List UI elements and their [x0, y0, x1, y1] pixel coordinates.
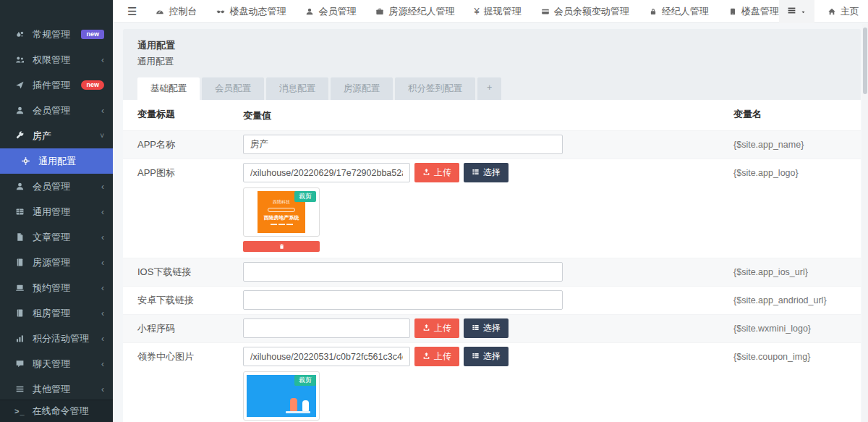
- config-varname: {$site.app_andriod_url}: [733, 290, 861, 311]
- sidebar-item[interactable]: 插件管理new: [0, 72, 113, 98]
- sidebar-item-label: 积分活动管理: [33, 332, 94, 345]
- sidebar-item[interactable]: 会员管理‹: [0, 174, 113, 199]
- home-link[interactable]: 主页: [827, 5, 859, 18]
- config-row: 领券中心图片上传选择裁剪{$site.coupon_img}: [123, 342, 861, 422]
- chevron-left-icon: ‹: [101, 334, 104, 343]
- config-row: IOS下载链接{$site.app_ios_url}: [123, 258, 861, 286]
- book-icon: [14, 308, 25, 318]
- gauge-icon: [156, 7, 164, 16]
- sidebar-item-label: 房产: [33, 130, 93, 143]
- laptop-icon: [14, 283, 25, 292]
- upload-icon: [422, 324, 430, 334]
- panel-body: 变量标题 变量值 变量名 APP名称{$site.app_name}APP图标上…: [123, 100, 861, 422]
- sidebar-item[interactable]: 聊天管理‹: [0, 351, 113, 376]
- config-input[interactable]: [243, 262, 563, 282]
- sidebar-item[interactable]: 通用配置: [0, 148, 113, 174]
- sidebar-item[interactable]: 文章管理‹: [0, 224, 113, 250]
- topnav-item[interactable]: 经纪人管理: [649, 5, 709, 18]
- upload-button[interactable]: 上传: [414, 347, 459, 366]
- card-icon: [541, 7, 550, 16]
- config-varname: {$site.app_logo}: [733, 163, 861, 183]
- list-icon: [472, 352, 480, 362]
- choose-button[interactable]: 选择: [464, 163, 509, 182]
- sidebar-item[interactable]: 会员管理‹: [0, 98, 113, 123]
- sidebar-item[interactable]: 权限管理‹: [0, 47, 113, 72]
- preview-card[interactable]: 西陆科技西陆房地产系统裁剪: [243, 187, 320, 237]
- upload-icon: [422, 168, 430, 178]
- crop-button[interactable]: 裁剪: [294, 191, 316, 202]
- topnav-item-label: 楼盘动态管理: [229, 5, 286, 18]
- choose-button[interactable]: 选择: [464, 318, 509, 338]
- nav-more-dropdown[interactable]: [779, 0, 814, 23]
- config-row: APP图标上传选择西陆科技西陆房地产系统裁剪{$site.app_logo}: [123, 159, 861, 258]
- config-varname: {$site.app_name}: [733, 135, 861, 155]
- topnav-item[interactable]: 会员管理: [305, 5, 356, 18]
- sidebar-item[interactable]: 其他管理‹: [0, 376, 113, 402]
- sidebar-item-label: 通用管理: [33, 206, 94, 219]
- panel-heading: 通用配置 通用配置 基础配置会员配置消息配置房源配置积分签到配置+: [123, 29, 861, 100]
- topbar-right: 主页 清除缓存 Admin: [779, 0, 868, 23]
- crop-button[interactable]: 裁剪: [294, 375, 316, 386]
- topnav-item[interactable]: 房源经纪人管理: [375, 5, 454, 18]
- chevron-left-icon: ‹: [101, 208, 104, 216]
- sidebar-item-label: 聊天管理: [33, 358, 94, 371]
- yen-icon: ¥: [474, 7, 479, 16]
- chart-icon: [14, 334, 25, 343]
- config-input[interactable]: [243, 318, 410, 338]
- config-input[interactable]: [243, 290, 563, 310]
- delete-image-button[interactable]: [243, 241, 320, 252]
- chevron-left-icon: ‹: [101, 258, 104, 267]
- config-input[interactable]: [243, 135, 563, 154]
- topnav-item[interactable]: 楼盘动态管理: [216, 5, 286, 18]
- chevron-down-icon: ˅: [100, 132, 104, 140]
- choose-button[interactable]: 选择: [464, 347, 509, 366]
- topnav-item[interactable]: 楼盘管理: [728, 5, 779, 18]
- image-preview: 西陆科技西陆房地产系统裁剪: [243, 187, 733, 252]
- sidebar-toggle-icon[interactable]: ☰: [119, 5, 145, 18]
- sidebar-item[interactable]: 通用管理‹: [0, 199, 113, 224]
- upload-icon: [422, 352, 430, 362]
- sidebar-item[interactable]: 预约管理‹: [0, 275, 113, 300]
- sidebar-item[interactable]: 常规管理new: [0, 22, 113, 47]
- sidebar-item[interactable]: 积分活动管理‹: [0, 326, 113, 351]
- tab-4[interactable]: 房源配置: [331, 77, 393, 100]
- topnav-item[interactable]: 会员余额变动管理: [541, 5, 629, 18]
- home-icon: [827, 7, 836, 16]
- tab-1[interactable]: 基础配置: [137, 77, 200, 100]
- tab-3[interactable]: 消息配置: [266, 77, 328, 100]
- sidebar-item-label: 预约管理: [33, 282, 94, 295]
- tab-5[interactable]: 积分签到配置: [395, 77, 475, 100]
- add-tab-button[interactable]: +: [477, 77, 501, 100]
- sidebar-item-label: 在线命令管理: [33, 405, 89, 418]
- scrollbar-thumb[interactable]: [863, 28, 867, 94]
- chevron-left-icon: ‹: [101, 182, 104, 191]
- sidebar-item[interactable]: 房产˅: [0, 123, 113, 148]
- sidebar-item[interactable]: 租房管理‹: [0, 300, 113, 326]
- topnav-item-label: 会员余额变动管理: [554, 5, 629, 18]
- page-title: 通用配置: [137, 39, 846, 52]
- config-value-cell: [243, 290, 733, 310]
- topnav-item[interactable]: 控制台: [156, 5, 197, 18]
- sidebar-item-label: 房源管理: [33, 256, 94, 269]
- upload-button[interactable]: 上传: [414, 318, 459, 338]
- col-header-varname: 变量名: [733, 109, 861, 119]
- topnav-item[interactable]: ¥提现管理: [474, 5, 521, 18]
- tablet-icon: [728, 7, 737, 16]
- briefcase-icon: [375, 7, 384, 16]
- chevron-left-icon: ‹: [101, 385, 104, 394]
- preview-card[interactable]: 裁剪: [243, 371, 320, 421]
- sidebar-item-label: 文章管理: [33, 231, 94, 244]
- config-varname: {$site.app_ios_url}: [733, 262, 861, 282]
- sidebar-item-online-command[interactable]: >_ 在线命令管理: [0, 400, 113, 422]
- tab-2[interactable]: 会员配置: [202, 77, 264, 100]
- config-input[interactable]: [243, 347, 410, 366]
- users-icon: [14, 55, 25, 64]
- topnav-item-label: 经纪人管理: [662, 5, 709, 18]
- sidebar-item-label: 会员管理: [33, 180, 94, 193]
- upload-button[interactable]: 上传: [414, 163, 459, 182]
- config-input[interactable]: [243, 163, 410, 182]
- config-value-cell: [243, 262, 733, 282]
- bars-icon: [14, 384, 25, 394]
- sidebar-item[interactable]: 房源管理‹: [0, 250, 113, 275]
- vertical-scrollbar[interactable]: [862, 24, 868, 422]
